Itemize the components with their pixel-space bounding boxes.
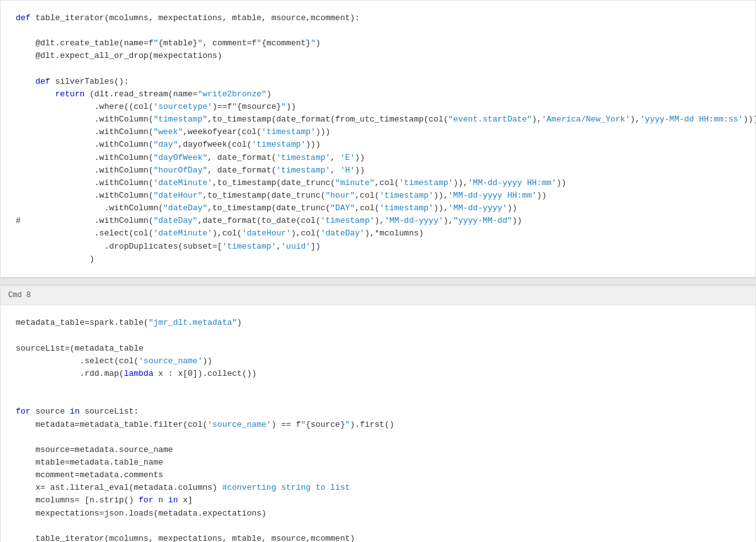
notebook-container: def table_iterator(mcolumns, mexpectatio…	[0, 0, 756, 542]
cell-1-content: def table_iterator(mcolumns, mexpectatio…	[1, 1, 755, 277]
cmd-label: Cmd 8	[1, 286, 755, 306]
cell-2-content: metadata_table=spark.table("jmr_dlt.meta…	[1, 305, 755, 542]
cell-divider	[0, 278, 756, 285]
cell-1: def table_iterator(mcolumns, mexpectatio…	[0, 0, 756, 278]
cell-2: Cmd 8 metadata_table=spark.table("jmr_dl…	[0, 285, 756, 542]
